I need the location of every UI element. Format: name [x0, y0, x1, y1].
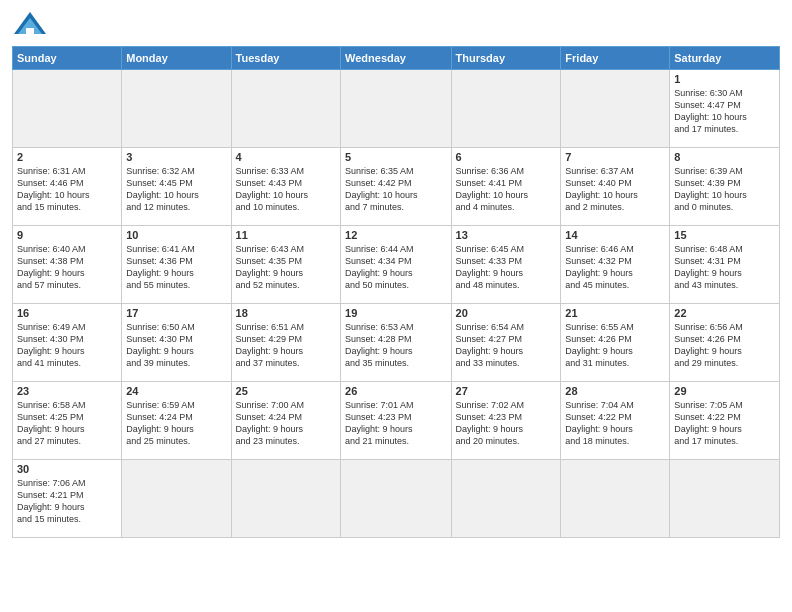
day-number: 7 — [565, 151, 665, 163]
day-number: 18 — [236, 307, 336, 319]
day-info: Sunrise: 6:56 AM Sunset: 4:26 PM Dayligh… — [674, 321, 775, 370]
day-info: Sunrise: 6:54 AM Sunset: 4:27 PM Dayligh… — [456, 321, 557, 370]
day-number: 2 — [17, 151, 117, 163]
day-info: Sunrise: 6:32 AM Sunset: 4:45 PM Dayligh… — [126, 165, 226, 214]
day-cell: 14Sunrise: 6:46 AM Sunset: 4:32 PM Dayli… — [561, 226, 670, 304]
day-cell: 5Sunrise: 6:35 AM Sunset: 4:42 PM Daylig… — [341, 148, 451, 226]
day-info: Sunrise: 6:36 AM Sunset: 4:41 PM Dayligh… — [456, 165, 557, 214]
day-cell: 16Sunrise: 6:49 AM Sunset: 4:30 PM Dayli… — [13, 304, 122, 382]
day-number: 25 — [236, 385, 336, 397]
day-info: Sunrise: 6:31 AM Sunset: 4:46 PM Dayligh… — [17, 165, 117, 214]
day-info: Sunrise: 7:04 AM Sunset: 4:22 PM Dayligh… — [565, 399, 665, 448]
day-cell: 23Sunrise: 6:58 AM Sunset: 4:25 PM Dayli… — [13, 382, 122, 460]
day-number: 28 — [565, 385, 665, 397]
weekday-row: SundayMondayTuesdayWednesdayThursdayFrid… — [13, 47, 780, 70]
day-number: 13 — [456, 229, 557, 241]
day-info: Sunrise: 7:00 AM Sunset: 4:24 PM Dayligh… — [236, 399, 336, 448]
day-cell — [122, 460, 231, 538]
day-cell: 8Sunrise: 6:39 AM Sunset: 4:39 PM Daylig… — [670, 148, 780, 226]
day-info: Sunrise: 6:33 AM Sunset: 4:43 PM Dayligh… — [236, 165, 336, 214]
day-cell: 6Sunrise: 6:36 AM Sunset: 4:41 PM Daylig… — [451, 148, 561, 226]
day-number: 23 — [17, 385, 117, 397]
week-row-5: 30Sunrise: 7:06 AM Sunset: 4:21 PM Dayli… — [13, 460, 780, 538]
week-row-0: 1Sunrise: 6:30 AM Sunset: 4:47 PM Daylig… — [13, 70, 780, 148]
day-number: 15 — [674, 229, 775, 241]
day-cell: 20Sunrise: 6:54 AM Sunset: 4:27 PM Dayli… — [451, 304, 561, 382]
day-cell: 17Sunrise: 6:50 AM Sunset: 4:30 PM Dayli… — [122, 304, 231, 382]
day-number: 21 — [565, 307, 665, 319]
weekday-header-friday: Friday — [561, 47, 670, 70]
page: SundayMondayTuesdayWednesdayThursdayFrid… — [0, 0, 792, 612]
day-cell — [231, 70, 340, 148]
day-cell — [451, 460, 561, 538]
day-info: Sunrise: 6:35 AM Sunset: 4:42 PM Dayligh… — [345, 165, 446, 214]
day-cell: 4Sunrise: 6:33 AM Sunset: 4:43 PM Daylig… — [231, 148, 340, 226]
day-info: Sunrise: 6:48 AM Sunset: 4:31 PM Dayligh… — [674, 243, 775, 292]
calendar: SundayMondayTuesdayWednesdayThursdayFrid… — [12, 46, 780, 538]
day-cell — [341, 460, 451, 538]
day-cell: 11Sunrise: 6:43 AM Sunset: 4:35 PM Dayli… — [231, 226, 340, 304]
day-cell — [13, 70, 122, 148]
day-info: Sunrise: 6:43 AM Sunset: 4:35 PM Dayligh… — [236, 243, 336, 292]
day-cell: 7Sunrise: 6:37 AM Sunset: 4:40 PM Daylig… — [561, 148, 670, 226]
day-cell: 30Sunrise: 7:06 AM Sunset: 4:21 PM Dayli… — [13, 460, 122, 538]
day-cell: 9Sunrise: 6:40 AM Sunset: 4:38 PM Daylig… — [13, 226, 122, 304]
day-info: Sunrise: 7:06 AM Sunset: 4:21 PM Dayligh… — [17, 477, 117, 526]
day-cell — [122, 70, 231, 148]
day-info: Sunrise: 6:49 AM Sunset: 4:30 PM Dayligh… — [17, 321, 117, 370]
day-info: Sunrise: 6:59 AM Sunset: 4:24 PM Dayligh… — [126, 399, 226, 448]
header — [12, 10, 780, 38]
day-number: 10 — [126, 229, 226, 241]
day-cell: 22Sunrise: 6:56 AM Sunset: 4:26 PM Dayli… — [670, 304, 780, 382]
day-info: Sunrise: 6:37 AM Sunset: 4:40 PM Dayligh… — [565, 165, 665, 214]
day-number: 12 — [345, 229, 446, 241]
weekday-header-thursday: Thursday — [451, 47, 561, 70]
day-number: 6 — [456, 151, 557, 163]
day-number: 8 — [674, 151, 775, 163]
day-cell: 25Sunrise: 7:00 AM Sunset: 4:24 PM Dayli… — [231, 382, 340, 460]
day-cell: 18Sunrise: 6:51 AM Sunset: 4:29 PM Dayli… — [231, 304, 340, 382]
day-info: Sunrise: 6:40 AM Sunset: 4:38 PM Dayligh… — [17, 243, 117, 292]
day-info: Sunrise: 6:46 AM Sunset: 4:32 PM Dayligh… — [565, 243, 665, 292]
day-info: Sunrise: 6:44 AM Sunset: 4:34 PM Dayligh… — [345, 243, 446, 292]
day-cell: 27Sunrise: 7:02 AM Sunset: 4:23 PM Dayli… — [451, 382, 561, 460]
day-number: 4 — [236, 151, 336, 163]
day-cell: 29Sunrise: 7:05 AM Sunset: 4:22 PM Dayli… — [670, 382, 780, 460]
day-cell: 3Sunrise: 6:32 AM Sunset: 4:45 PM Daylig… — [122, 148, 231, 226]
weekday-header-tuesday: Tuesday — [231, 47, 340, 70]
day-cell — [231, 460, 340, 538]
day-number: 17 — [126, 307, 226, 319]
day-number: 5 — [345, 151, 446, 163]
day-number: 16 — [17, 307, 117, 319]
day-cell: 1Sunrise: 6:30 AM Sunset: 4:47 PM Daylig… — [670, 70, 780, 148]
day-info: Sunrise: 6:53 AM Sunset: 4:28 PM Dayligh… — [345, 321, 446, 370]
day-number: 14 — [565, 229, 665, 241]
day-number: 3 — [126, 151, 226, 163]
day-number: 22 — [674, 307, 775, 319]
week-row-4: 23Sunrise: 6:58 AM Sunset: 4:25 PM Dayli… — [13, 382, 780, 460]
day-cell: 24Sunrise: 6:59 AM Sunset: 4:24 PM Dayli… — [122, 382, 231, 460]
day-cell: 12Sunrise: 6:44 AM Sunset: 4:34 PM Dayli… — [341, 226, 451, 304]
day-cell — [451, 70, 561, 148]
weekday-header-sunday: Sunday — [13, 47, 122, 70]
weekday-header-wednesday: Wednesday — [341, 47, 451, 70]
day-cell: 10Sunrise: 6:41 AM Sunset: 4:36 PM Dayli… — [122, 226, 231, 304]
day-number: 9 — [17, 229, 117, 241]
day-cell: 15Sunrise: 6:48 AM Sunset: 4:31 PM Dayli… — [670, 226, 780, 304]
day-info: Sunrise: 6:55 AM Sunset: 4:26 PM Dayligh… — [565, 321, 665, 370]
day-info: Sunrise: 6:39 AM Sunset: 4:39 PM Dayligh… — [674, 165, 775, 214]
day-number: 11 — [236, 229, 336, 241]
day-number: 1 — [674, 73, 775, 85]
day-cell: 28Sunrise: 7:04 AM Sunset: 4:22 PM Dayli… — [561, 382, 670, 460]
day-info: Sunrise: 7:02 AM Sunset: 4:23 PM Dayligh… — [456, 399, 557, 448]
calendar-body: 1Sunrise: 6:30 AM Sunset: 4:47 PM Daylig… — [13, 70, 780, 538]
day-info: Sunrise: 7:05 AM Sunset: 4:22 PM Dayligh… — [674, 399, 775, 448]
day-info: Sunrise: 6:58 AM Sunset: 4:25 PM Dayligh… — [17, 399, 117, 448]
day-cell — [561, 70, 670, 148]
day-cell: 19Sunrise: 6:53 AM Sunset: 4:28 PM Dayli… — [341, 304, 451, 382]
day-number: 26 — [345, 385, 446, 397]
day-cell — [670, 460, 780, 538]
weekday-header-monday: Monday — [122, 47, 231, 70]
week-row-3: 16Sunrise: 6:49 AM Sunset: 4:30 PM Dayli… — [13, 304, 780, 382]
day-cell: 13Sunrise: 6:45 AM Sunset: 4:33 PM Dayli… — [451, 226, 561, 304]
